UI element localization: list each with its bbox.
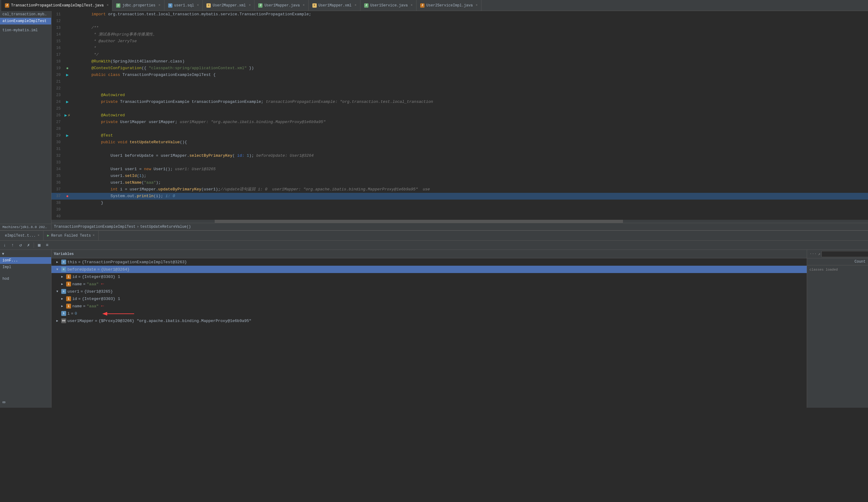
var-icon-beforeupdate-id: i [66,274,71,279]
code-editor: 11 import org.transaction.test.local_tra… [51,11,868,223]
code-line-14: 14 * 测试各种spring事务传播属性。 [51,31,868,38]
code-line-12: 12 [51,18,868,24]
tab-close-jdbc[interactable]: × [159,4,161,7]
debug-left-ionf[interactable]: ionF... [0,257,51,264]
classes-loaded-text: classes loaded [807,265,868,408]
bottom-tab-rerun-close[interactable]: × [93,234,95,237]
var-icon-i: i [61,311,66,316]
right-panel-search[interactable] [822,251,868,257]
code-line-25: 25 [51,105,868,112]
var-arrow-beforeupdate-name: ▶ [61,282,66,286]
code-line-20: 20 ▶ public class TransactionPropagation… [51,72,868,79]
gutter-cyan-29: ▶ [66,134,69,138]
var-icon-user1-id: i [66,296,71,301]
tab-close-user2service[interactable]: × [476,4,477,7]
red-arrow-name-1: ← [101,281,104,287]
toolbar-refresh-btn[interactable]: ↺ [17,242,24,249]
bottom-tab-eimpltest[interactable]: eImplTest.t... × [1,231,43,241]
code-line-24: 24 ▶ private TransactionPropagationExamp… [51,98,868,105]
var-arrow-user1-id: ▶ [61,297,66,301]
ellipsis-icon: ··· [809,252,817,256]
sidebar-item-mybatis[interactable]: cal_transaction.mybatis.s [0,11,51,18]
toolbar-close-btn[interactable]: ✗ [25,242,32,249]
breadcrumb-method: testUpdateRetureValue() [140,225,191,229]
sidebar-item-impltest[interactable]: ationExampleImplTest [0,18,51,24]
scroll-thumb[interactable] [215,220,623,223]
tab-user2service[interactable]: J User2ServiceImpl.java × [416,0,482,11]
tab-user1mapper-xml[interactable]: x User1Mapper.xml × [309,0,361,11]
bottom-toolbar: ↓ ↑ ↺ ✗ ▦ ≡ [0,241,868,250]
var-icon-this: ≡ [61,260,66,264]
filter-button[interactable]: ▼ [0,251,6,257]
tab-close-user1mapper[interactable]: × [303,4,305,7]
tab-close-user1mapper-xml[interactable]: × [355,4,356,7]
var-beforeupdate-id[interactable]: ▶ i id = {Integer@3303} 1 [51,273,807,280]
breadcrumb-separator: › [137,225,139,229]
debug-left-empty2 [0,273,51,275]
gutter-red-38: ● [66,194,69,198]
bottom-tabs: eImplTest.t... × ▶ Rerun Failed Tests × [0,231,868,241]
gutter-cyan-20: ▶ [66,73,69,77]
code-line-32: 32 User1 beforeUpdate = user1Mapper.sele… [51,153,868,159]
debug-left-impl[interactable]: Impl [0,264,51,271]
variables-list: ▶ ≡ this = {TransactionPropagationExampl… [51,258,807,408]
tab-bar: J TransactionPropagationExampleImplTest.… [0,0,868,11]
toolbar-list-btn[interactable]: ≡ [44,242,51,249]
tab-close-main[interactable]: × [106,4,108,7]
var-this[interactable]: ▶ ≡ this = {TransactionPropagationExampl… [51,258,807,266]
var-beforeupdate-name[interactable]: ▶ i name = "aaa" ← [51,280,807,288]
var-user1mapper[interactable]: ▶ oo user1Mapper = {$Proxy20@3266} "org.… [51,317,807,324]
green-java2-icon: J [364,3,369,8]
var-beforeupdate[interactable]: ▼ ≡ beforeUpdate = {User1@3264} [51,266,807,273]
code-line-13: 13 /** [51,24,868,31]
code-line-18: 18 @RunWith(SpringJUnit4ClassRunner.clas… [51,58,868,65]
tab-sql-label: user1.sql [174,3,194,8]
properties-icon: p [116,3,120,8]
green-java-icon: J [258,3,262,8]
code-line-15: 15 * @author JerryTse [51,38,868,45]
sql-icon: s [168,3,173,8]
tab-user2mapper-xml[interactable]: x User2Mapper.xml × [203,0,255,11]
sidebar: cal_transaction.mybatis.s ationExampleIm… [0,11,51,230]
toolbar-upload-btn[interactable]: ↑ [9,242,16,249]
bottom-tab-eimpltest-close[interactable]: × [38,234,40,237]
tab-user1mapper-java[interactable]: J User1Mapper.java × [255,0,308,11]
var-i[interactable]: ▶ i i = 0 [51,310,807,317]
code-line-22: 22 [51,85,868,92]
var-icon-user1mapper: oo [61,318,66,323]
var-arrow-user1mapper: ▶ [56,319,61,323]
tab-close-sql[interactable]: × [197,4,199,7]
code-line-17: 17 */ [51,51,868,58]
var-user1-id[interactable]: ▶ i id = {Integer@3303} 1 [51,295,807,302]
bottom-tab-rerun[interactable]: ▶ Rerun Failed Tests × [43,231,99,241]
sidebar-item-empty [0,24,51,27]
tab-sql[interactable]: s user1.sql × [165,0,203,11]
right-panel: ··· ↗ Count classes loaded [807,250,868,408]
toolbar-download-btn[interactable]: ↓ [1,242,8,249]
debug-left-sidebar: ▼ ionF... Impl hod ∞ [0,250,51,408]
tab-user1service[interactable]: J User1Service.java × [361,0,416,11]
code-line-40: 39 [51,206,868,213]
code-line-38: 37 ● System.out.println(i); i: 0 [51,193,868,200]
tab-main-file[interactable]: J TransactionPropagationExampleImplTest.… [1,0,112,11]
tab-close-user2mapper[interactable]: × [249,4,250,7]
bottom-tab-eimpltest-label: eImplTest.t... [5,233,36,238]
code-line-34: 34 User1 user1 = new User1(); user1: Use… [51,166,868,172]
ide-window: J TransactionPropagationExampleImplTest.… [0,0,868,408]
variables-panel: Variables ▶ ≡ this = {TransactionPropaga… [51,250,807,408]
debug-left-hod[interactable]: hod [0,275,51,282]
variables-header: Variables [51,250,807,258]
var-user1[interactable]: ▼ ≡ user1 = {User1@3265} [51,288,807,295]
gutter-green-19: ● [66,66,69,70]
tab-jdbc[interactable]: p jdbc.properties × [112,0,164,11]
code-line-30: 30 public void testUpdateRetureValue(){ [51,139,868,146]
var-arrow-user1: ▼ [56,290,61,293]
horizontal-scrollbar[interactable] [51,220,868,223]
code-line-21: 21 [51,79,868,85]
tab-close-user1service[interactable]: × [411,4,413,7]
var-user1-name[interactable]: ▶ i name = "aaa" ← [51,302,807,310]
gutter-yellow-26: ⚡ [68,113,70,117]
sidebar-item-iml[interactable]: tion-mybatis.iml [0,27,51,34]
toolbar-grid-btn[interactable]: ▦ [36,242,43,249]
code-line-11: 11 import org.transaction.test.local_tra… [51,11,868,18]
